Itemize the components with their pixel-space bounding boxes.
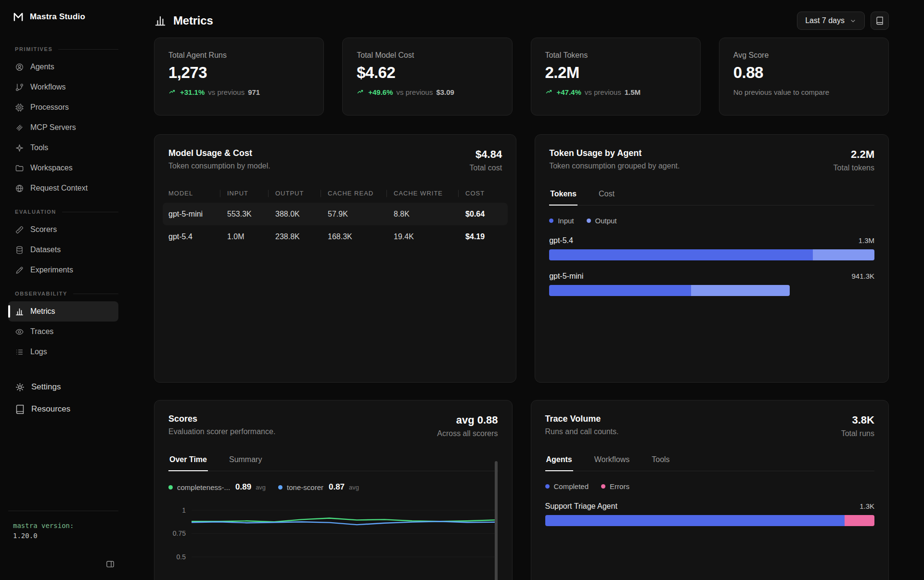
sidebar-item-settings[interactable]: Settings (8, 376, 118, 398)
sidebar-item-resources[interactable]: Resources (8, 399, 118, 420)
tab-tools[interactable]: Tools (651, 451, 670, 471)
page-header: Metrics Last 7 days (154, 12, 889, 30)
table-row: gpt-5.4 1.0M 238.8K 168.3K 19.4K $4.19 (163, 225, 508, 248)
scores-legend: completeness-... 0.89 avg tone-scorer 0.… (168, 482, 498, 492)
mcp-servers-icon (15, 123, 24, 132)
version-label: mastra version: (13, 521, 118, 531)
token-usage-bar (549, 249, 874, 260)
panel-subtitle: Token consumption by model. (168, 162, 270, 170)
scorer-avg-value: 0.89 (235, 482, 251, 492)
sidebar-item-agents[interactable]: Agents (8, 57, 118, 77)
sidebar-item-metrics[interactable]: Metrics (8, 301, 118, 322)
tab-workflows[interactable]: Workflows (593, 451, 631, 471)
tab-cost[interactable]: Cost (598, 185, 616, 205)
bar-output-segment (691, 285, 790, 296)
panel-subtitle: Evaluation scorer performance. (168, 427, 275, 436)
tools-icon (15, 143, 24, 153)
bar-completed-segment (545, 515, 845, 526)
sidebar-item-label: Agents (30, 63, 54, 71)
globe-icon (15, 184, 24, 193)
stat-card-total-agent-runs: Total Agent Runs 1,273 +31.1% vs previou… (154, 38, 324, 116)
sidebar-item-experiments[interactable]: Experiments (8, 260, 118, 280)
sidebar-item-tools[interactable]: Tools (8, 138, 118, 158)
trace-volume-card: Trace Volume Runs and call counts. 3.8K … (531, 400, 889, 580)
tab-over-time[interactable]: Over Time (168, 451, 208, 471)
scores-legend-item: tone-scorer 0.87 avg (278, 482, 359, 492)
section-divider (58, 49, 118, 50)
database-icon (15, 245, 24, 255)
tab-summary[interactable]: Summary (228, 451, 263, 471)
section-observability: OBSERVABILITY Metrics Traces Logs (8, 291, 118, 362)
docs-button[interactable] (871, 12, 889, 30)
token-usage-bar (549, 285, 790, 296)
sidebar-item-request-context[interactable]: Request Context (8, 178, 118, 198)
scores-chart: 1 0.75 0.5 (168, 506, 498, 580)
sidebar-item-datasets[interactable]: Datasets (8, 240, 118, 260)
sidebar-item-processors[interactable]: Processors (8, 97, 118, 117)
brand-name: Mastra Studio (30, 12, 85, 22)
column-header: MODEL (168, 190, 227, 197)
version-value: 1.20.0 (13, 531, 118, 541)
processors-icon (15, 103, 24, 112)
pencil-icon (15, 266, 24, 275)
stat-delta: +31.1% vs previous 971 (168, 88, 309, 96)
eye-icon (15, 327, 24, 336)
folder-icon (15, 164, 24, 173)
book-icon (15, 404, 25, 414)
trace-volume-bar (545, 515, 875, 526)
sidebar-item-label: Request Context (30, 184, 88, 193)
stat-value: 2.2M (545, 64, 686, 82)
metrics-icon (154, 14, 167, 27)
legend-label: Input (558, 217, 574, 225)
stat-label: Avg Score (733, 51, 874, 60)
section-primitives: PRIMITIVES Agents Workflows Processors M… (8, 46, 118, 198)
stat-delta: +49.6% vs previous $3.09 (357, 88, 498, 96)
sidebar-item-mcp-servers[interactable]: MCP Servers (8, 117, 118, 138)
panel-right-icon (105, 559, 115, 569)
section-divider (62, 212, 118, 212)
scores-legend-item: completeness-... 0.89 avg (168, 482, 266, 492)
sidebar-item-logs[interactable]: Logs (8, 342, 118, 362)
delta-text: vs previous (397, 88, 433, 96)
sidebar-item-scorers[interactable]: Scorers (8, 219, 118, 240)
stat-label: Total Agent Runs (168, 51, 309, 60)
trace-volume-tabs: Agents Workflows Tools (545, 451, 875, 471)
scores-scrollbar[interactable] (495, 461, 498, 580)
scores-line-chart (192, 506, 495, 580)
bar-chart-icon (15, 307, 24, 316)
section-label: PRIMITIVES (15, 46, 52, 52)
stat-label: Total Model Cost (357, 51, 498, 60)
workflows-icon (15, 83, 24, 92)
sidebar-item-traces[interactable]: Traces (8, 322, 118, 342)
stat-card-total-tokens: Total Tokens 2.2M +47.4% vs previous 1.5… (531, 38, 701, 116)
sidebar-item-label: MCP Servers (30, 123, 76, 132)
y-axis-tick: 0.75 (168, 529, 186, 537)
chevron-down-icon (849, 17, 857, 25)
sidebar-item-label: Workspaces (30, 164, 73, 172)
sidebar-collapse-button[interactable] (102, 556, 118, 572)
section-label: OBSERVABILITY (15, 291, 67, 296)
panel-title: Scores (168, 414, 275, 424)
sidebar-item-workspaces[interactable]: Workspaces (8, 158, 118, 178)
panel-subtitle: Runs and call counts. (545, 427, 619, 436)
tone-scorer-dot-icon (278, 485, 282, 490)
sidebar-item-label: Workflows (30, 83, 66, 91)
column-header: CACHE WRITE (394, 190, 465, 197)
tab-agents[interactable]: Agents (545, 451, 573, 471)
legend-label: Errors (610, 482, 629, 490)
tab-tokens[interactable]: Tokens (549, 185, 578, 205)
completed-dot-icon (545, 484, 550, 489)
legend-item-completed: Completed (545, 482, 589, 490)
trend-up-icon (357, 88, 365, 96)
table-row: gpt-5-mini 553.3K 388.0K 57.9K 8.8K $0.6… (163, 203, 508, 225)
model-usage-table: MODEL INPUT OUTPUT CACHE READ CACHE WRIT… (168, 187, 502, 248)
sidebar-item-workflows[interactable]: Workflows (8, 77, 118, 97)
sidebar-item-label: Settings (31, 382, 61, 392)
date-range-button[interactable]: Last 7 days (797, 12, 865, 30)
bar-row: Support Triage Agent 1.3K (545, 502, 875, 526)
stat-delta: +47.4% vs previous 1.5M (545, 88, 686, 96)
scores-card: Scores Evaluation scorer performance. av… (154, 400, 513, 580)
brand[interactable]: Mastra Studio (8, 10, 118, 23)
bar-row: gpt-5-mini 941.3K (549, 272, 874, 296)
total-cost-value: $4.84 (470, 148, 502, 161)
